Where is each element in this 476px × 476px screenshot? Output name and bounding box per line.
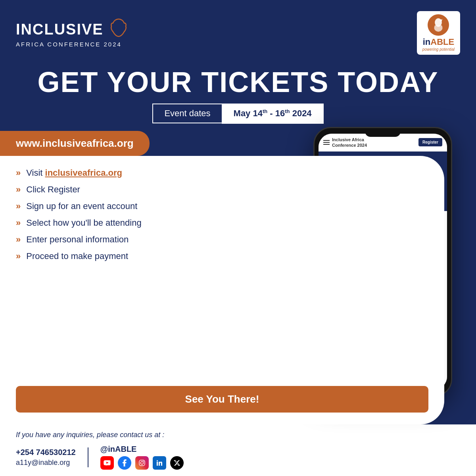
event-dates-row: Event dates May 14th - 16th 2024 xyxy=(16,104,460,123)
footer-divider xyxy=(88,447,88,467)
inable-sub: powering potential xyxy=(422,47,455,52)
svg-point-6 xyxy=(143,461,144,462)
logo-right: inABLE powering potential xyxy=(417,11,460,55)
cta-button[interactable]: See You There! xyxy=(16,386,428,413)
white-card: » Visit inclusiveafrica.org » Click Regi… xyxy=(0,156,444,424)
chevron-icon-1: » xyxy=(16,168,21,178)
phone-notch xyxy=(365,128,401,137)
chevron-icon-3: » xyxy=(16,201,21,211)
svg-point-8 xyxy=(157,460,158,461)
step-1-text: Visit inclusiveafrica.org xyxy=(26,168,122,178)
youtube-icon[interactable] xyxy=(100,456,114,470)
instagram-icon[interactable] xyxy=(135,456,149,470)
twitter-x-icon[interactable] xyxy=(170,456,184,470)
footer-inquiry: If you have any inquiries, please contac… xyxy=(16,431,460,439)
svg-point-5 xyxy=(140,462,143,464)
headline-section: GET YOUR TICKETS TODAY Event dates May 1… xyxy=(0,63,476,131)
chevron-icon-4: » xyxy=(16,218,21,228)
footer-handle: @inABLE xyxy=(100,445,184,454)
headline-title: GET YOUR TICKETS TODAY xyxy=(16,67,460,98)
event-dates-value: May 14th - 16th 2024 xyxy=(222,104,324,123)
step-4-text: Select how you'll be attending xyxy=(26,218,141,228)
africa-silhouette-icon xyxy=(107,18,130,40)
step-2: » Click Register xyxy=(16,184,428,195)
chevron-icon-2: » xyxy=(16,184,21,195)
step-6-text: Proceed to make payment xyxy=(26,251,128,261)
inable-icon xyxy=(428,14,449,36)
step-1-link[interactable]: inclusiveafrica.org xyxy=(45,168,122,178)
event-dates-label: Event dates xyxy=(152,104,221,123)
step-5: » Enter personal information xyxy=(16,234,428,245)
svg-rect-4 xyxy=(139,460,145,466)
page: INCLUSIVE AFRICA CONFERENCE 2024 xyxy=(0,0,476,476)
chevron-icon-6: » xyxy=(16,251,21,261)
step-1: » Visit inclusiveafrica.org xyxy=(16,168,428,178)
footer-row: +254 746530212 a11y@inable.org @inABLE xyxy=(16,445,460,470)
step-3-text: Sign up for an event account xyxy=(26,201,137,211)
logo-text-block: INCLUSIVE AFRICA CONFERENCE 2024 xyxy=(16,18,130,48)
facebook-icon[interactable] xyxy=(118,456,131,470)
social-icons-row xyxy=(100,456,184,470)
left-content: www.inclusiveafrica.org » Visit inclusiv… xyxy=(0,131,476,424)
footer-email: a11y@inable.org xyxy=(16,459,76,467)
steps-list: » Visit inclusiveafrica.org » Click Regi… xyxy=(16,168,428,261)
step-4: » Select how you'll be attending xyxy=(16,218,428,228)
header: INCLUSIVE AFRICA CONFERENCE 2024 xyxy=(0,0,476,63)
footer-social: @inABLE xyxy=(100,445,184,470)
footer-contact: +254 746530212 a11y@inable.org xyxy=(16,448,76,467)
linkedin-icon[interactable] xyxy=(153,456,166,470)
logo-left: INCLUSIVE AFRICA CONFERENCE 2024 xyxy=(16,18,130,48)
logo-sub-text: AFRICA CONFERENCE 2024 xyxy=(16,41,130,48)
middle-section: www.inclusiveafrica.org » Visit inclusiv… xyxy=(0,131,476,424)
website-link[interactable]: www.inclusiveafrica.org xyxy=(16,137,134,149)
step-2-text: Click Register xyxy=(26,184,80,195)
step-6: » Proceed to make payment xyxy=(16,251,428,261)
footer-phone: +254 746530212 xyxy=(16,448,76,457)
chevron-icon-5: » xyxy=(16,234,21,245)
step-5-text: Enter personal information xyxy=(26,234,129,245)
inable-name: inABLE xyxy=(423,37,454,47)
step-3: » Sign up for an event account xyxy=(16,201,428,211)
footer-section: If you have any inquiries, please contac… xyxy=(0,424,476,476)
logo-inclusive-text: INCLUSIVE xyxy=(16,22,104,37)
website-bar[interactable]: www.inclusiveafrica.org xyxy=(0,131,150,156)
svg-rect-7 xyxy=(157,462,158,466)
